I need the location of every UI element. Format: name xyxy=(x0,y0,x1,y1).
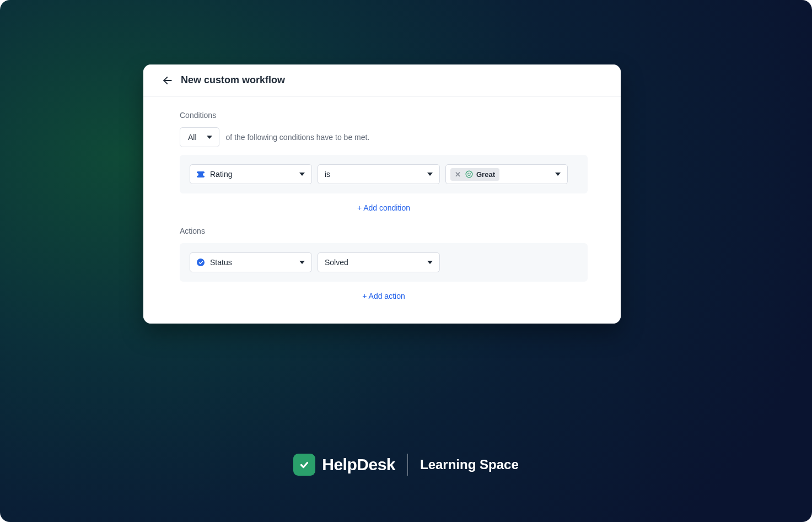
action-field-value: Status xyxy=(210,258,232,267)
condition-operator-select[interactable]: is xyxy=(318,164,440,184)
action-value-text: Solved xyxy=(325,258,348,267)
back-arrow-icon[interactable] xyxy=(162,75,173,86)
add-action-button[interactable]: + Add action xyxy=(180,292,588,300)
card-header: New custom workflow xyxy=(143,64,621,96)
condition-operator-value: is xyxy=(325,170,330,179)
brand-section-name: Learning Space xyxy=(420,457,519,472)
match-mode-select[interactable]: All xyxy=(180,127,219,147)
conditions-section-title: Conditions xyxy=(180,111,588,120)
brand-footer: HelpDesk Learning Space xyxy=(0,454,812,476)
match-suffix-text: of the following conditions have to be m… xyxy=(226,133,370,142)
action-field-select[interactable]: Status xyxy=(190,252,312,272)
conditions-match-row: All of the following conditions have to … xyxy=(180,127,588,147)
page-title: New custom workflow xyxy=(181,74,285,86)
condition-value-chip: ✕ Great xyxy=(450,168,499,181)
svg-point-2 xyxy=(468,173,469,174)
chevron-down-icon xyxy=(207,136,212,139)
condition-field-select[interactable]: Rating xyxy=(190,164,312,184)
condition-value-text: Great xyxy=(476,170,495,179)
helpdesk-logo-icon xyxy=(293,454,315,476)
chevron-down-icon xyxy=(555,173,561,176)
check-circle-icon xyxy=(197,259,205,266)
action-value-select[interactable]: Solved xyxy=(318,252,440,272)
ticket-icon xyxy=(197,171,205,177)
chevron-down-icon xyxy=(299,261,305,264)
page-background: New custom workflow Conditions All of th… xyxy=(0,0,812,522)
smile-icon xyxy=(465,170,473,178)
brand-product-name: HelpDesk xyxy=(322,455,395,474)
brand-logo-lockup: HelpDesk xyxy=(293,454,395,476)
svg-point-3 xyxy=(470,173,470,174)
svg-point-1 xyxy=(466,171,472,177)
chevron-down-icon xyxy=(427,261,433,264)
condition-row: Rating is ✕ Great xyxy=(180,155,588,193)
workflow-card: New custom workflow Conditions All of th… xyxy=(143,64,621,324)
condition-field-value: Rating xyxy=(210,170,232,179)
match-mode-value: All xyxy=(188,133,197,142)
action-row: Status Solved xyxy=(180,243,588,282)
card-body: Conditions All of the following conditio… xyxy=(143,96,621,324)
chevron-down-icon xyxy=(427,173,433,176)
chevron-down-icon xyxy=(299,173,305,176)
remove-chip-icon[interactable]: ✕ xyxy=(454,171,462,178)
add-condition-button[interactable]: + Add condition xyxy=(180,203,588,212)
actions-section-title: Actions xyxy=(180,227,588,235)
condition-value-select[interactable]: ✕ Great xyxy=(445,164,568,184)
brand-divider xyxy=(407,454,408,476)
